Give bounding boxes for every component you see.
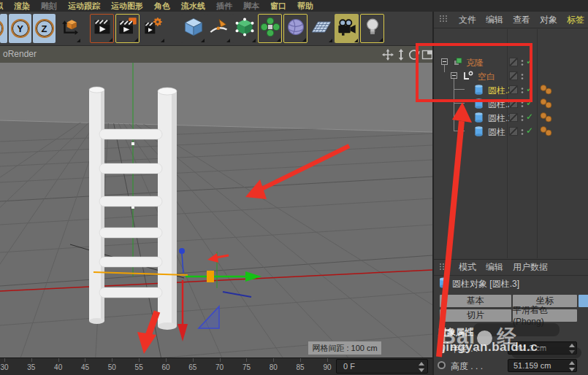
om-menu-4[interactable]: 标签 bbox=[567, 14, 584, 26]
am-menu-1[interactable]: 编辑 bbox=[486, 261, 503, 274]
material-tag-icons[interactable] bbox=[539, 98, 555, 111]
cube-primitive-button[interactable] bbox=[181, 14, 205, 43]
menu-item-1[interactable]: 渲染 bbox=[14, 1, 30, 12]
material-tag-icons[interactable] bbox=[539, 126, 555, 139]
menu-item-3[interactable]: 运动跟踪 bbox=[68, 1, 100, 12]
main-menu-bar: 拟渲染雕刻运动跟踪运动图形角色流水线插件脚本窗口帮助 bbox=[0, 0, 588, 12]
subdivision-surface-button[interactable] bbox=[232, 14, 256, 43]
light-object-button[interactable] bbox=[360, 14, 384, 43]
panel-grip-icon[interactable] bbox=[439, 263, 449, 273]
visibility-toggle[interactable] bbox=[509, 127, 518, 136]
render-settings-button[interactable] bbox=[141, 14, 165, 43]
value-spinner[interactable] bbox=[568, 361, 575, 371]
visibility-toggle[interactable] bbox=[509, 58, 518, 66]
frame-spinner[interactable] bbox=[418, 362, 424, 372]
field-value-input[interactable]: 301.3 cm bbox=[508, 341, 577, 355]
viewport-3d[interactable] bbox=[0, 63, 432, 357]
viewport-scene bbox=[0, 63, 432, 357]
enable-checkmark-icon[interactable]: ✓ bbox=[526, 84, 533, 94]
coordinate-system-button[interactable] bbox=[57, 14, 81, 43]
floor-grid-icon bbox=[311, 17, 332, 40]
frame-number-field[interactable]: 0 F bbox=[336, 359, 428, 374]
state-dots-icon[interactable] bbox=[521, 72, 524, 82]
tree-row-圆柱[interactable]: 圆柱✓ bbox=[434, 125, 588, 138]
attribute-field-row: 半径 . . .301.3 cm bbox=[434, 341, 588, 356]
menu-item-8[interactable]: 脚本 bbox=[243, 1, 259, 12]
cylinder-icon bbox=[475, 85, 483, 97]
expand-collapse-box[interactable] bbox=[441, 58, 448, 65]
menu-item-2[interactable]: 雕刻 bbox=[41, 1, 57, 12]
axis-y-lock-button[interactable]: Y bbox=[9, 14, 31, 43]
ruler-tick-label: 80 bbox=[270, 363, 278, 371]
keyframe-radio[interactable] bbox=[438, 361, 446, 369]
om-menu-0[interactable]: 文件 bbox=[459, 14, 476, 26]
tab-平滑着色(Phong)[interactable]: 平滑着色(Phong) bbox=[513, 309, 577, 322]
menu-item-0[interactable]: 拟 bbox=[0, 1, 3, 12]
keyframe-radio[interactable] bbox=[438, 344, 446, 352]
menu-item-7[interactable]: 插件 bbox=[216, 1, 232, 12]
floor-object-button[interactable] bbox=[309, 14, 333, 43]
state-dots-icon[interactable] bbox=[521, 128, 524, 138]
render-picture-viewer-button[interactable] bbox=[115, 14, 140, 43]
tree-row-圆柱.1[interactable]: 圆柱.1✓ bbox=[434, 111, 588, 124]
tree-row-圆柱.2[interactable]: 圆柱.2✓ bbox=[434, 97, 588, 110]
object-label[interactable]: 空白 bbox=[478, 71, 495, 83]
axis-x-lock-button[interactable]: X bbox=[0, 14, 7, 43]
material-tag-icons[interactable] bbox=[539, 112, 555, 125]
am-menu-0[interactable]: 模式 bbox=[459, 261, 476, 274]
object-label[interactable]: 克隆 bbox=[466, 57, 484, 69]
om-menu-2[interactable]: 查看 bbox=[513, 14, 530, 26]
ruler-tick-label: 55 bbox=[135, 363, 143, 371]
ruler-tick-mark bbox=[58, 358, 59, 362]
tab-基本[interactable]: 基本 bbox=[440, 295, 511, 307]
dolly-icon[interactable] bbox=[395, 49, 407, 61]
mograph-cloner-button[interactable] bbox=[258, 14, 282, 43]
enable-checkmark-icon[interactable]: ✓ bbox=[526, 98, 533, 108]
menu-item-5[interactable]: 角色 bbox=[154, 1, 170, 12]
om-menu-1[interactable]: 编辑 bbox=[486, 14, 503, 26]
panel-grip-icon[interactable] bbox=[439, 15, 449, 25]
tree-row-空白[interactable]: 空白 bbox=[434, 69, 588, 82]
tab-切片[interactable]: 切片 bbox=[440, 309, 511, 322]
deformer-button[interactable] bbox=[283, 14, 308, 43]
coordinate-system-icon bbox=[60, 18, 79, 39]
visibility-toggle[interactable] bbox=[509, 99, 518, 108]
rotate-icon[interactable] bbox=[408, 49, 420, 61]
render-picture-viewer-icon bbox=[118, 17, 138, 40]
pan-icon[interactable] bbox=[382, 49, 394, 61]
ruler-tick-mark bbox=[4, 358, 5, 362]
visibility-toggle[interactable] bbox=[509, 85, 518, 94]
state-dots-icon[interactable] bbox=[521, 100, 524, 110]
om-menu-3[interactable]: 对象 bbox=[540, 14, 557, 26]
spline-pen-button[interactable] bbox=[207, 14, 231, 43]
value-spinner[interactable] bbox=[568, 344, 575, 354]
render-view-icon bbox=[92, 17, 112, 40]
ruler-tick-label: 40 bbox=[54, 363, 62, 371]
menu-item-10[interactable]: 帮助 bbox=[297, 1, 313, 12]
tab-object-selected[interactable] bbox=[579, 295, 588, 307]
enable-checkmark-icon[interactable]: ✓ bbox=[526, 125, 533, 136]
expand-collapse-box[interactable] bbox=[451, 72, 457, 79]
field-value-input[interactable]: 51.159 cm bbox=[508, 359, 577, 372]
state-dots-icon[interactable] bbox=[521, 114, 524, 124]
panel-toggle-icon[interactable] bbox=[421, 49, 433, 61]
visibility-toggle[interactable] bbox=[509, 113, 518, 122]
ruler-tick-mark bbox=[139, 358, 140, 362]
menu-item-4[interactable]: 运动图形 bbox=[111, 1, 143, 12]
ruler-tick-mark bbox=[85, 358, 85, 362]
enable-checkmark-icon[interactable]: ✓ bbox=[526, 112, 533, 122]
state-dots-icon[interactable] bbox=[521, 58, 524, 69]
camera-object-button[interactable] bbox=[335, 14, 359, 43]
menu-item-9[interactable]: 窗口 bbox=[270, 1, 286, 12]
material-tag-icons[interactable] bbox=[539, 85, 555, 97]
enable-checkmark-icon[interactable]: ✓ bbox=[526, 56, 533, 66]
render-view-button[interactable] bbox=[90, 14, 114, 43]
state-dots-icon[interactable] bbox=[521, 86, 524, 96]
visibility-toggle[interactable] bbox=[509, 71, 518, 80]
axis-z-lock-button[interactable]: Z bbox=[33, 14, 56, 43]
tree-row-克隆[interactable]: 克隆✓ bbox=[434, 55, 588, 69]
tree-row-圆柱.3[interactable]: 圆柱.3✓ bbox=[434, 83, 588, 96]
object-label[interactable]: 圆柱 bbox=[488, 126, 505, 139]
am-menu-2[interactable]: 用户数据 bbox=[513, 261, 548, 274]
menu-item-6[interactable]: 流水线 bbox=[181, 1, 205, 12]
